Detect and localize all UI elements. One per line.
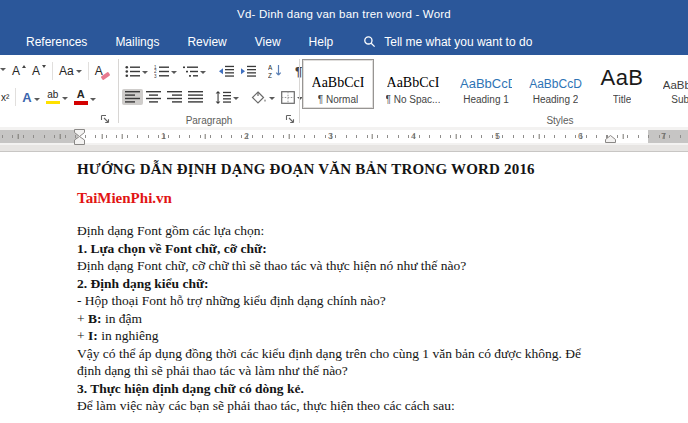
ruler[interactable]: 1 2 3 4 5 6 7	[0, 127, 688, 145]
font-dialog-launcher[interactable]	[100, 114, 111, 125]
tell-me-label: Tell me what you want to do	[384, 35, 532, 49]
doc-line[interactable]: Để làm việc này các bạn sẽ phải thao tác…	[77, 397, 652, 415]
shrink-font-button[interactable]: A	[29, 63, 49, 79]
tab-review[interactable]: Review	[173, 28, 240, 55]
doc-heading[interactable]: HƯỚNG DẪN ĐỊNH DẠNG ĐOẠN VĂN BẢN TRONG W…	[77, 161, 652, 179]
doc-line[interactable]: - Hộp thoại Font hỗ trợ những kiểu định …	[77, 292, 652, 310]
svg-text:3: 3	[154, 73, 157, 77]
style-normal[interactable]: AaBbCcI ¶ Normal	[302, 59, 374, 109]
ribbon: A A Aa A x² A	[0, 55, 688, 128]
text-effects-button[interactable]: A	[19, 88, 42, 107]
style-subtitle[interactable]: AaBbCcD Subtitle	[654, 59, 688, 109]
tab-help[interactable]: Help	[295, 28, 348, 55]
style-preview: AaB	[600, 65, 643, 91]
doc-line[interactable]: + B: in đậm	[77, 310, 652, 328]
shading-button[interactable]	[248, 89, 278, 106]
numbering-button[interactable]: 1 2 3	[151, 63, 180, 80]
bullet-list-icon	[125, 65, 140, 78]
dropdown-arrow-icon	[233, 97, 239, 100]
font-color-icon: A	[74, 89, 88, 105]
style-preview: AaBbCcD	[663, 79, 688, 91]
clear-formatting-button[interactable]: A	[92, 62, 106, 80]
paragraph-dialog-launcher[interactable]	[285, 114, 296, 125]
grow-font-button[interactable]: A	[9, 63, 29, 79]
doc-line[interactable]: + I: in nghiêng	[77, 327, 652, 345]
font-group-label: Font	[0, 115, 18, 126]
doc-line[interactable]: định dạng thì sẽ phải thao tác và làm nh…	[77, 362, 652, 380]
justify-button[interactable]	[185, 89, 206, 105]
ruler-band: 1 2 3 4 5 6 7	[0, 130, 688, 143]
text-highlight-button[interactable]: ab	[43, 88, 71, 107]
clear-formatting-icon: A	[95, 64, 103, 78]
title-bar: Vd- Dinh dang van ban tren word - Word	[0, 0, 688, 28]
style-title[interactable]: AaB Title	[591, 59, 653, 109]
decrease-indent-button[interactable]	[215, 63, 237, 80]
align-left-button[interactable]	[122, 89, 143, 105]
doc-brand-line[interactable]: TaiMienPhi.vn	[77, 190, 652, 208]
style-label: Title	[613, 94, 632, 105]
style-heading-2[interactable]: AaBbCcD Heading 2	[521, 59, 590, 109]
bullets-button[interactable]	[122, 63, 151, 80]
style-preview: AaBbCcD	[460, 76, 512, 91]
justify-icon	[188, 91, 203, 103]
word-window: Vd- Dinh dang van ban tren word - Word t…	[0, 0, 688, 423]
dropdown-arrow-icon	[171, 71, 177, 74]
align-center-icon	[146, 91, 161, 103]
tab-mailings[interactable]: Mailings	[101, 28, 173, 55]
window-title: Vd- Dinh dang van ban tren word - Word	[237, 8, 451, 20]
svg-text:A: A	[268, 64, 273, 71]
styles-group-label: Styles	[530, 115, 590, 126]
dropdown-arrow-icon	[200, 71, 206, 74]
document-area: HƯỚNG DẪN ĐỊNH DẠNG ĐOẠN VĂN BẢN TRONG W…	[0, 145, 688, 423]
sort-button[interactable]: A Z	[265, 62, 286, 80]
sort-icon: A Z	[268, 64, 283, 78]
dropdown-arrow-icon	[269, 97, 275, 100]
text-effects-icon: A	[22, 90, 31, 105]
numbered-list-icon: 1 2 3	[154, 65, 169, 78]
align-left-icon	[125, 91, 140, 103]
multilevel-list-button[interactable]	[180, 63, 209, 80]
font-color-button[interactable]: A	[71, 87, 99, 107]
align-right-icon	[167, 91, 182, 103]
tell-me-box[interactable]: Tell me what you want to do	[363, 35, 532, 49]
style-no-spacing[interactable]: AaBbCcI ¶ No Spac...	[375, 59, 451, 109]
tab-references[interactable]: References	[12, 28, 101, 55]
multilevel-list-icon	[183, 65, 198, 78]
dropdown-arrow-icon	[76, 70, 82, 73]
doc-line[interactable]: 3. Thực hiện định dạng chữ có dòng kẻ.	[77, 380, 652, 398]
font-group: A A Aa A x² A	[0, 55, 117, 127]
doc-line[interactable]: Định dạng Font gồm các lựa chọn:	[77, 222, 652, 240]
dropdown-arrow-icon	[90, 98, 96, 101]
tab-view[interactable]: View	[241, 28, 295, 55]
styles-group: AaBbCcI ¶ Normal AaBbCcI ¶ No Spac... Aa…	[300, 55, 688, 127]
doc-line[interactable]: Vậy có thể áp dụng đồng thời các kiểu đị…	[77, 345, 652, 363]
decrease-indent-icon	[218, 65, 234, 78]
doc-line[interactable]: Định dạng Font chữ, cỡ chữ thì sẽ thao t…	[77, 257, 652, 275]
paragraph-group-label: Paragraph	[120, 115, 298, 126]
document-page[interactable]: HƯỚNG DẪN ĐỊNH DẠNG ĐOẠN VĂN BẢN TRONG W…	[0, 151, 688, 423]
font-size-dropdown-arrow-icon[interactable]	[0, 66, 9, 77]
superscript-button[interactable]: x²	[0, 90, 12, 105]
increase-indent-button[interactable]	[237, 63, 259, 80]
style-label: Heading 1	[463, 94, 509, 105]
highlight-icon: ab	[46, 90, 60, 105]
line-spacing-button[interactable]	[212, 89, 242, 106]
style-preview: AaBbCcD	[529, 77, 582, 91]
svg-text:Z: Z	[268, 72, 272, 79]
style-label: ¶ No Spac...	[386, 94, 441, 105]
align-right-button[interactable]	[164, 89, 185, 105]
ribbon-tab-bar: t References Mailings Review View Help T…	[0, 28, 688, 55]
style-heading-1[interactable]: AaBbCcD Heading 1	[452, 59, 520, 109]
change-case-button[interactable]: Aa	[56, 63, 85, 79]
caret-down-icon	[42, 65, 46, 68]
doc-line[interactable]: 2. Định dạng kiểu chữ:	[77, 275, 652, 293]
style-label: ¶ Normal	[318, 94, 358, 105]
paragraph-group: 1 2 3	[120, 55, 298, 127]
doc-line[interactable]: 1. Lựa chọn về Font chữ, cỡ chữ:	[77, 240, 652, 258]
tab-partial-left[interactable]: t	[0, 28, 12, 55]
left-indent-marker[interactable]	[74, 136, 85, 145]
styles-gallery: AaBbCcI ¶ Normal AaBbCcI ¶ No Spac... Aa…	[302, 59, 688, 109]
align-center-button[interactable]	[143, 89, 164, 105]
dropdown-arrow-icon	[62, 97, 68, 100]
right-indent-marker[interactable]	[605, 135, 616, 143]
